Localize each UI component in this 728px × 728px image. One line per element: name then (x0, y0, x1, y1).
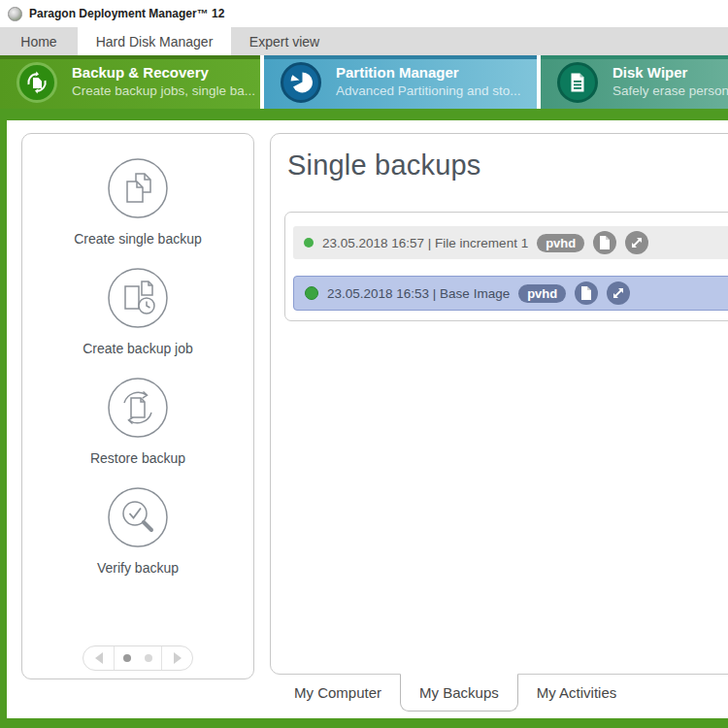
actions-sidebar: Create single backup Create backup job (21, 133, 254, 679)
titlebar: Paragon Deployment Manager™ 12 (0, 0, 728, 27)
backup-row-base-image-selected[interactable]: 23.05.2018 16:53 | Base Image pvhd (293, 276, 728, 311)
file-details-button[interactable] (593, 231, 616, 254)
page-title: Single backups (287, 149, 728, 182)
card-subtitle: Create backup jobs, single ba... (72, 83, 255, 100)
sidebar-item-label: Create single backup (74, 231, 202, 247)
status-dot-icon (304, 238, 314, 248)
card-text: Disk Wiper Safely erase personal data... (612, 64, 728, 100)
format-badge: pvhd (537, 234, 584, 252)
card-title: Disk Wiper (612, 64, 728, 83)
pager-dots (115, 646, 161, 670)
feature-banner: Backup & Recovery Create backup jobs, si… (0, 55, 728, 109)
card-partition-manager[interactable]: Partition Manager Advanced Partitioning … (264, 55, 537, 109)
sidebar-item-create-backup-job[interactable]: Create backup job (83, 267, 193, 356)
card-title: Partition Manager (336, 64, 521, 83)
banner-bottom-accent (0, 109, 728, 120)
sidebar-item-restore-backup[interactable]: Restore backup (90, 377, 185, 466)
chevron-left-icon (95, 652, 103, 664)
documents-clock-icon (107, 267, 169, 329)
pie-chart-icon (281, 62, 321, 103)
document-lines-icon (557, 62, 598, 103)
documents-icon (107, 157, 169, 219)
card-backup-recovery[interactable]: Backup & Recovery Create backup jobs, si… (0, 55, 260, 109)
pager-dot-active[interactable] (123, 654, 131, 662)
window-title: Paragon Deployment Manager™ 12 (29, 7, 224, 20)
backup-list: 23.05.2018 16:57 | File increment 1 pvhd… (284, 212, 728, 321)
tab-home[interactable]: Home (0, 27, 78, 55)
card-subtitle: Advanced Partitioning and sto... (336, 83, 521, 100)
tab-my-computer[interactable]: My Computer (276, 674, 400, 711)
tab-hard-disk-manager[interactable]: Hard Disk Manager (78, 27, 231, 55)
status-dot-icon (305, 286, 318, 300)
tab-my-activities[interactable]: My Activities (518, 674, 636, 711)
sidebar-item-verify-backup[interactable]: Verify backup (97, 486, 179, 576)
backup-label: 23.05.2018 16:57 | File increment 1 (322, 236, 528, 250)
backup-label: 23.05.2018 16:53 | Base Image (327, 286, 510, 301)
backup-sync-icon (17, 62, 57, 103)
sidebar-item-create-single-backup[interactable]: Create single backup (74, 157, 202, 247)
app-logo-icon (8, 7, 22, 21)
pager-dot[interactable] (145, 654, 152, 662)
magnifier-check-icon (107, 486, 169, 548)
card-title: Backup & Recovery (72, 64, 255, 83)
pager-prev-button[interactable] (83, 646, 115, 670)
diagonal-arrows-button[interactable] (625, 231, 648, 254)
bottom-frame-accent (0, 718, 728, 728)
left-frame-accent (0, 120, 7, 728)
app-window: Paragon Deployment Manager™ 12 Home Hard… (0, 0, 728, 728)
sidebar-item-label: Verify backup (97, 560, 179, 576)
document-restore-icon (107, 377, 169, 439)
format-badge: pvhd (518, 284, 566, 303)
card-text: Partition Manager Advanced Partitioning … (336, 64, 521, 100)
pager-next-button[interactable] (161, 646, 192, 670)
card-text: Backup & Recovery Create backup jobs, si… (72, 64, 255, 100)
diagonal-arrows-button[interactable] (607, 281, 630, 305)
file-details-button[interactable] (575, 281, 598, 305)
sidebar-item-label: Create backup job (83, 341, 193, 356)
card-disk-wiper[interactable]: Disk Wiper Safely erase personal data... (541, 55, 728, 109)
sidebar-item-label: Restore backup (90, 450, 185, 466)
top-tabstrip: Home Hard Disk Manager Expert view (0, 27, 728, 55)
chevron-right-icon (174, 652, 182, 664)
sidebar-pager (83, 645, 193, 671)
tab-expert-view[interactable]: Expert view (231, 27, 338, 55)
card-subtitle: Safely erase personal data... (612, 83, 728, 100)
bottom-tabstrip: My Computer My Backups My Activities (276, 674, 635, 711)
backup-row-file-increment[interactable]: 23.05.2018 16:57 | File increment 1 pvhd (293, 226, 728, 259)
tab-my-backups[interactable]: My Backups (400, 674, 518, 711)
